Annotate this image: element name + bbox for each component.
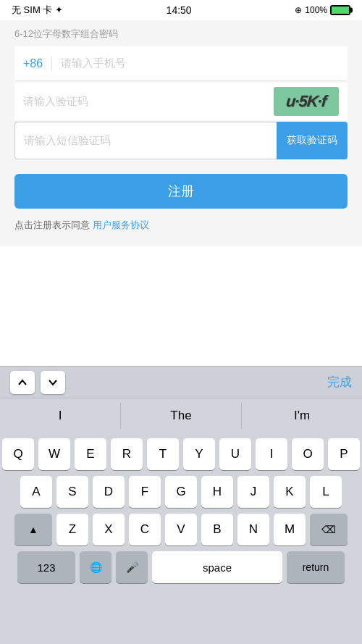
key-j[interactable]: J	[237, 476, 269, 508]
arrow-down-button[interactable]	[41, 371, 65, 394]
key-r[interactable]: R	[111, 438, 143, 470]
battery-area: ⊕ 100%	[295, 5, 350, 15]
key-m[interactable]: M	[274, 514, 306, 545]
keyboard-toolbar: 完成	[0, 366, 362, 398]
shift-key[interactable]: ▲	[14, 514, 52, 545]
captcha-image[interactable]: u·5K·f	[274, 87, 339, 116]
form-area: 6-12位字母数字组合密码 +86 请输入手机号 请输入验证码 u·5K·f 请…	[0, 20, 362, 246]
key-row-4: 123 🌐 🎤 space return	[2, 551, 360, 583]
hint-text: 6-12位字母数字组合密码	[14, 20, 348, 46]
time-text: 14:50	[167, 4, 192, 16]
key-f[interactable]: F	[129, 476, 161, 508]
key-e[interactable]: E	[75, 438, 106, 470]
done-button[interactable]: 完成	[327, 374, 352, 390]
key-w[interactable]: W	[38, 438, 70, 470]
phone-input[interactable]: 请输入手机号	[61, 57, 126, 70]
key-s[interactable]: S	[56, 476, 88, 508]
key-n[interactable]: N	[237, 514, 269, 545]
key-l[interactable]: L	[310, 476, 342, 508]
predictive-item-1[interactable]: The	[121, 403, 242, 429]
carrier-text: 无 SIM 卡 ✦	[12, 4, 63, 17]
space-key[interactable]: space	[152, 551, 282, 583]
key-v[interactable]: V	[165, 514, 197, 545]
lock-icon: ⊕	[295, 5, 302, 15]
microphone-key[interactable]: 🎤	[116, 551, 148, 583]
key-t[interactable]: T	[147, 438, 179, 470]
key-y[interactable]: Y	[183, 438, 215, 470]
agreement-link[interactable]: 用户服务协议	[93, 219, 149, 230]
key-row-1: Q W E R T Y U I O P	[2, 438, 360, 470]
sms-placeholder: 请输入短信验证码	[24, 134, 111, 148]
sms-row: 请输入短信验证码 获取验证码	[14, 122, 348, 159]
key-a[interactable]: A	[20, 476, 52, 508]
numbers-key[interactable]: 123	[17, 551, 75, 583]
key-d[interactable]: D	[93, 476, 125, 508]
agreement-text: 点击注册表示同意 用户服务协议	[14, 219, 348, 246]
key-c[interactable]: C	[129, 514, 161, 545]
key-i[interactable]: I	[256, 438, 287, 470]
agreement-prefix: 点击注册表示同意	[14, 219, 93, 230]
key-z[interactable]: Z	[56, 514, 88, 545]
predictive-item-0[interactable]: I	[0, 403, 121, 429]
phone-row[interactable]: +86 请输入手机号	[14, 46, 348, 81]
keyboard: Q W E R T Y U I O P A S D F G H J K L ▲ …	[0, 432, 362, 644]
key-k[interactable]: K	[274, 476, 306, 508]
key-q[interactable]: Q	[2, 438, 34, 470]
register-button[interactable]: 注册	[14, 174, 348, 209]
sms-input[interactable]: 请输入短信验证码	[14, 122, 277, 159]
key-row-2: A S D F G H J K L	[2, 476, 360, 508]
delete-key[interactable]: ⌫	[310, 514, 348, 545]
toolbar-arrows	[10, 371, 65, 394]
captcha-image-text: u·5K·f	[285, 92, 327, 111]
arrow-up-button[interactable]	[10, 371, 35, 394]
predictive-item-2[interactable]: I'm	[242, 403, 362, 429]
predictive-bar: I The I'm	[0, 398, 362, 432]
key-u[interactable]: U	[219, 438, 251, 470]
battery-percent: 100%	[305, 5, 327, 15]
return-key[interactable]: return	[287, 551, 345, 583]
globe-key[interactable]: 🌐	[80, 551, 111, 583]
key-h[interactable]: H	[201, 476, 233, 508]
key-x[interactable]: X	[93, 514, 125, 545]
key-b[interactable]: B	[201, 514, 233, 545]
status-bar: 无 SIM 卡 ✦ 14:50 ⊕ 100%	[0, 0, 362, 20]
key-row-3: ▲ Z X C V B N M ⌫	[2, 514, 360, 545]
key-o[interactable]: O	[292, 438, 324, 470]
captcha-row: 请输入验证码 u·5K·f	[14, 83, 348, 120]
key-g[interactable]: G	[165, 476, 197, 508]
phone-code: +86	[23, 57, 52, 70]
key-p[interactable]: P	[328, 438, 360, 470]
battery-icon	[330, 5, 350, 15]
get-sms-button[interactable]: 获取验证码	[277, 122, 348, 159]
captcha-input[interactable]: 请输入验证码	[23, 95, 274, 109]
